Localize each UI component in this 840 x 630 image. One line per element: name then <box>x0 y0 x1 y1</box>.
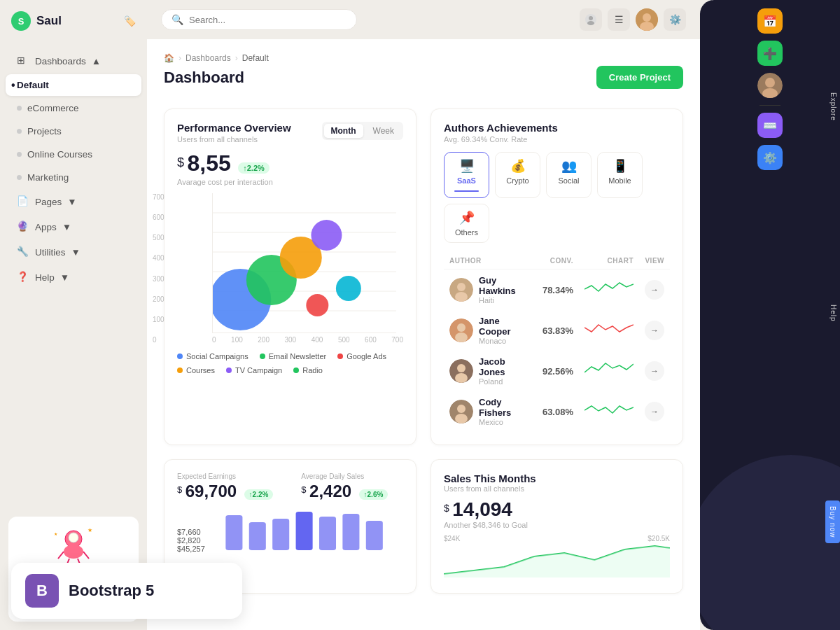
search-input[interactable] <box>189 15 346 25</box>
view-button[interactable]: → <box>645 321 664 340</box>
sidebar-item-pages[interactable]: 📄 Pages ▼ <box>6 190 141 214</box>
svg-point-31 <box>457 323 465 332</box>
svg-point-26 <box>336 276 361 301</box>
sidebar-item-label: Online Courses <box>27 149 92 160</box>
sidebar-item-label: Marketing <box>27 172 69 183</box>
rp-code-icon[interactable]: ⌨️ <box>757 113 783 138</box>
pages-icon: 📄 <box>17 195 29 208</box>
sidebar-item-apps[interactable]: 🔮 Apps ▼ <box>6 215 141 239</box>
legend-dot <box>226 368 232 373</box>
view-button[interactable]: → <box>645 361 664 381</box>
col-view: VIEW <box>639 253 670 270</box>
view-cell[interactable]: → <box>639 270 670 311</box>
cat-tab-mobile[interactable]: 📱 Mobile <box>597 152 643 198</box>
sidebar-item-dashboards[interactable]: ⊞ Dashboards ▲ <box>6 49 141 73</box>
cat-tab-social[interactable]: 👥 Social <box>546 152 592 198</box>
view-cell[interactable]: → <box>639 391 670 432</box>
notifications-icon-btn[interactable]: ☰ <box>608 8 630 31</box>
sidebar: S Saul 🏷️ ⊞ Dashboards ▲ Default eCommer… <box>0 0 147 630</box>
earnings-badge: 2.2% <box>244 489 274 500</box>
side-label-buy[interactable]: Buy now <box>825 500 840 543</box>
rp-avatar[interactable] <box>757 73 783 98</box>
performance-card: Performance Overview Users from all chan… <box>164 108 416 445</box>
sales-month-card: Sales This Months Users from all channel… <box>430 459 683 594</box>
toggle-month[interactable]: Month <box>324 124 363 138</box>
cat-tab-saas[interactable]: 🖥️ SaaS <box>444 152 489 198</box>
bubble-chart-container: 7006005004003002001000 <box>177 193 403 344</box>
bootstrap-text: Bootstrap 5 <box>69 582 154 600</box>
app-name: Saul <box>36 14 62 28</box>
cat-label: Mobile <box>608 176 631 185</box>
rp-settings-icon[interactable]: ⚙️ <box>757 145 783 170</box>
right-panel: 📅 ➕ ⌨️ ⚙️ Explore Help Buy now <box>700 0 840 630</box>
svg-point-6 <box>69 533 78 542</box>
rp-calendar-icon[interactable]: 📅 <box>757 8 783 34</box>
breadcrumb-area: 🏠 › Dashboards › Default Dashboard Creat… <box>164 53 683 94</box>
earnings-val-1: $7,660 <box>177 528 205 536</box>
topbar-avatar-small[interactable] <box>580 8 602 31</box>
breadcrumb: 🏠 › Dashboards › Default <box>164 53 683 63</box>
svg-point-28 <box>457 283 465 291</box>
cat-label: Crypto <box>506 176 528 185</box>
mobile-icon: 📱 <box>612 158 628 174</box>
earnings-details: $7,660 $2,820 $45,257 <box>177 508 403 553</box>
crypto-icon: 💰 <box>510 158 526 174</box>
svg-rect-39 <box>225 515 242 550</box>
create-project-button[interactable]: Create Project <box>596 66 683 89</box>
bootstrap-overlay: B Bootstrap 5 <box>11 563 242 619</box>
y-axis-labels: 7006005004003002001000 <box>153 193 164 344</box>
daily-sales-item: Average Daily Sales $ 2,420 2.6% <box>301 472 388 501</box>
back-icon[interactable]: 🏷️ <box>124 15 136 27</box>
daily-sales-value: 2,420 <box>309 482 351 500</box>
cat-label: Social <box>559 176 580 185</box>
authors-card: Authors Achievements Avg. 69.34% Conv. R… <box>430 108 683 445</box>
cat-tab-others[interactable]: 📌 Others <box>444 204 489 243</box>
sidebar-item-utilities[interactable]: 🔧 Utilities ▼ <box>6 240 141 264</box>
app-logo: S <box>11 11 31 31</box>
legend-label: TV Campaign <box>235 366 282 374</box>
view-button[interactable]: → <box>645 280 664 300</box>
svg-line-2 <box>58 552 64 559</box>
stat-value: 8,55 <box>187 150 230 176</box>
sales-y-labels: $24K $20.5K <box>444 535 670 542</box>
svg-rect-44 <box>342 514 359 550</box>
conv-rate: 78.34% <box>537 270 579 311</box>
svg-rect-40 <box>249 522 266 550</box>
sidebar-item-default[interactable]: Default <box>6 74 141 96</box>
col-conv: CONV. <box>537 253 579 270</box>
settings-icon-btn[interactable]: ⚙️ <box>664 8 686 31</box>
legend-google: Google Ads <box>337 352 386 360</box>
author-name: Jacob Jones <box>479 356 531 377</box>
svg-point-25 <box>306 294 328 316</box>
mini-chart <box>584 400 634 421</box>
main-two-col: Performance Overview Users from all chan… <box>164 108 683 445</box>
y-label-2: $20.5K <box>648 535 670 542</box>
nav-dot <box>17 106 22 111</box>
earnings-value: 69,700 <box>186 482 237 500</box>
sidebar-item-ecommerce[interactable]: eCommerce <box>6 97 141 119</box>
daily-sales-label: Average Daily Sales <box>301 472 388 480</box>
rp-add-icon[interactable]: ➕ <box>757 41 783 66</box>
chart-cell <box>579 351 639 391</box>
view-cell[interactable]: → <box>639 310 670 351</box>
sidebar-item-help[interactable]: ❓ Help ▼ <box>6 265 141 289</box>
side-label-explore[interactable]: Explore <box>825 87 840 127</box>
sidebar-item-marketing[interactable]: Marketing <box>6 167 141 188</box>
sidebar-header: S Saul 🏷️ <box>0 0 147 42</box>
svg-rect-43 <box>319 517 336 550</box>
dashboards-icon: ⊞ <box>17 55 29 67</box>
breadcrumb-dashboards[interactable]: Dashboards <box>186 53 231 63</box>
author-avatar <box>449 278 473 302</box>
side-label-help[interactable]: Help <box>825 299 840 328</box>
sidebar-item-online-courses[interactable]: Online Courses <box>6 144 141 165</box>
toggle-week[interactable]: Week <box>366 124 401 138</box>
cat-tab-crypto[interactable]: 💰 Crypto <box>495 152 540 198</box>
sidebar-item-projects[interactable]: Projects <box>6 120 141 142</box>
user-avatar-btn[interactable] <box>636 8 658 31</box>
breadcrumb-home[interactable]: 🏠 <box>164 53 174 63</box>
view-button[interactable]: → <box>645 402 664 421</box>
view-cell[interactable]: → <box>639 351 670 391</box>
author-avatar <box>449 359 473 383</box>
sales-currency: $ <box>444 503 449 514</box>
legend-label: Email Newsletter <box>269 352 327 360</box>
